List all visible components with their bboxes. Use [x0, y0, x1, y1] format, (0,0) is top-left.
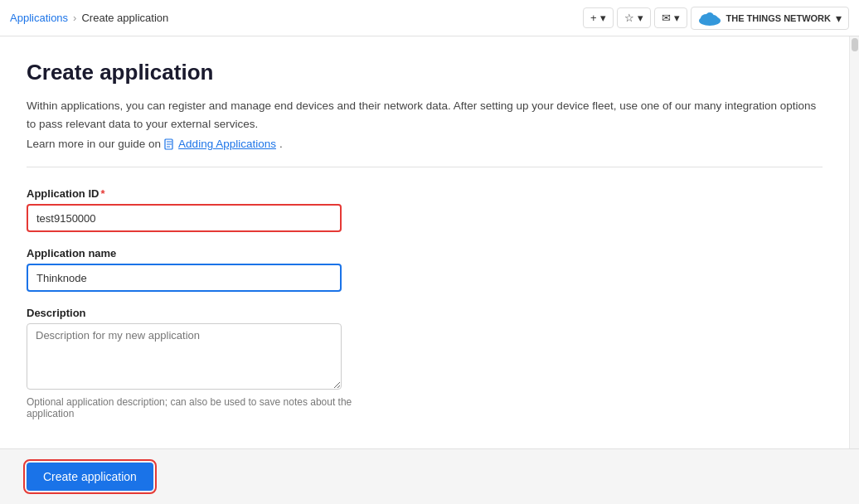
- breadcrumb-applications-link[interactable]: Applications: [10, 12, 68, 24]
- required-indicator: *: [100, 187, 104, 200]
- doc-icon: [164, 138, 175, 150]
- content-area: Create application Within applications, …: [0, 36, 849, 448]
- mail-chevron: ▾: [674, 12, 680, 24]
- page-title: Create application: [27, 60, 823, 85]
- scrollbar-thumb[interactable]: [852, 38, 858, 51]
- add-button[interactable]: + ▾: [583, 7, 614, 28]
- ttn-network-button[interactable]: THE THINGS NETWORK ▾: [691, 7, 850, 30]
- scrollbar[interactable]: [849, 36, 859, 448]
- breadcrumb: Applications › Create application: [10, 12, 168, 24]
- description-field-group: Description Optional application descrip…: [27, 307, 358, 419]
- adding-applications-link[interactable]: Adding Applications: [178, 138, 276, 150]
- topbar-actions: + ▾ ☆ ▾ ✉ ▾ THE THINGS NETWORK ▾: [583, 7, 849, 30]
- star-chevron: ▾: [638, 12, 643, 24]
- plus-chevron: ▾: [600, 12, 606, 24]
- description-textarea[interactable]: [27, 323, 342, 390]
- description-hint: Optional application description; can al…: [27, 396, 358, 419]
- app-name-input[interactable]: [27, 264, 342, 292]
- app-name-label: Application name: [27, 247, 358, 259]
- ttn-label: THE THINGS NETWORK: [726, 13, 832, 23]
- learn-more-line: Learn more in our guide on Adding Applic…: [27, 138, 823, 150]
- star-icon: ☆: [624, 12, 634, 24]
- page-description: Within applications, you can register an…: [27, 97, 823, 133]
- app-id-field-group: Application ID*: [27, 187, 358, 232]
- main-wrapper: Create application Within applications, …: [0, 36, 859, 448]
- plus-icon: +: [590, 12, 597, 24]
- create-application-button[interactable]: Create application: [27, 463, 153, 491]
- app-id-input[interactable]: [27, 204, 342, 232]
- footer-bar: Create application: [0, 448, 859, 504]
- breadcrumb-separator: ›: [73, 12, 76, 24]
- app-name-field-group: Application name: [27, 247, 358, 292]
- bookmark-button[interactable]: ☆ ▾: [617, 7, 651, 28]
- topbar: Applications › Create application + ▾ ☆ …: [0, 0, 859, 36]
- mail-button[interactable]: ✉ ▾: [654, 7, 687, 28]
- ttn-chevron: ▾: [836, 12, 842, 25]
- description-label: Description: [27, 307, 358, 319]
- mail-icon: ✉: [662, 12, 671, 24]
- link-suffix: .: [279, 138, 283, 150]
- learn-more-prefix: Learn more in our guide on: [27, 138, 161, 150]
- app-id-label: Application ID*: [27, 187, 358, 200]
- svg-point-3: [706, 12, 714, 21]
- section-divider: [27, 167, 823, 167]
- create-application-form: Application ID* Application name Descrip…: [27, 187, 358, 419]
- breadcrumb-current: Create application: [81, 12, 168, 24]
- ttn-cloud-icon: [698, 11, 721, 26]
